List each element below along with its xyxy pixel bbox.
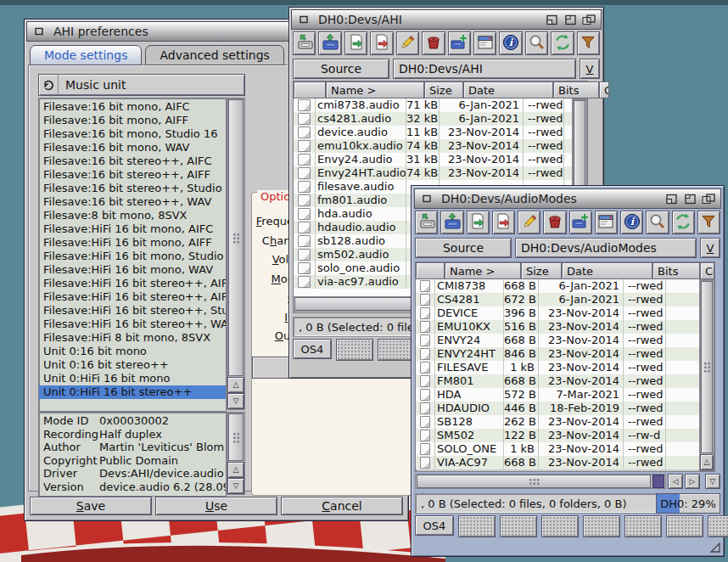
file-row[interactable]: HDA572 B7-Mar-2021--rwed xyxy=(416,388,714,402)
mode-list-item[interactable]: Unit 0:HiFi 16 bit stereo++ xyxy=(39,385,226,399)
depth-icon[interactable] xyxy=(701,193,716,205)
search-button[interactable] xyxy=(525,31,548,55)
mode-list-item[interactable]: Filesave:16 bit stereo++, WAV xyxy=(39,195,226,209)
history-dropdown-button[interactable]: V xyxy=(700,238,720,258)
source-button[interactable]: Source xyxy=(415,238,512,258)
file-row[interactable]: cmi8738.audio71 kB6-Jan-2021--rwed xyxy=(294,98,587,112)
information-button[interactable]: i xyxy=(620,211,643,234)
file-row[interactable]: ENVY24HT846 B23-Nov-2014--rwed xyxy=(416,347,714,361)
mode-list-item[interactable]: Filesave:HiFi 16 bit mono, WAV xyxy=(39,263,226,277)
mode-list-item[interactable]: Filesave:HiFi 8 bit mono, 8SVX xyxy=(39,331,226,345)
mode-list-item[interactable]: Filesave:HiFi 16 bit stereo++, Studio 16 xyxy=(39,304,226,318)
header-cell-size[interactable]: Size xyxy=(521,262,562,279)
file-row[interactable]: HDAUDIO446 B18-Feb-2019--rwed xyxy=(416,402,714,415)
history-dropdown-button[interactable]: V xyxy=(580,59,600,79)
mode-list-item[interactable]: Unit 0:HiFi 16 bit mono xyxy=(39,372,226,385)
file-row[interactable]: SOLO_ONE1 kB23-Nov-2014--rwed xyxy=(416,442,714,456)
os4-button[interactable]: OS4 xyxy=(415,515,454,536)
close-icon[interactable] xyxy=(31,25,47,38)
filter-button[interactable] xyxy=(577,31,600,55)
header-cell-date[interactable]: Date xyxy=(562,262,652,279)
header-cell-comment[interactable]: Comment xyxy=(599,81,609,98)
file-row[interactable]: Envy24.audio31 kB23-Nov-2014--rwed xyxy=(294,153,587,166)
mode-list-item[interactable]: Filesave:8 bit mono, 8SVX xyxy=(39,209,226,222)
new-window-button[interactable] xyxy=(473,31,496,55)
move-button[interactable] xyxy=(370,31,393,55)
file-list-scrollbar[interactable]: △ xyxy=(699,279,714,471)
search-button[interactable] xyxy=(646,211,669,234)
resize-grip-icon[interactable] xyxy=(709,542,721,554)
open-drawer-button[interactable] xyxy=(440,211,463,234)
file-list-header[interactable]: Name >SizeDateBitsComment xyxy=(416,262,714,279)
mode-list-item[interactable]: Filesave:HiFi 16 bit stereo++, AIFF xyxy=(39,290,226,304)
os4-button[interactable]: OS4 xyxy=(293,339,332,359)
parent-drawer-button[interactable] xyxy=(293,31,316,55)
delete-button[interactable] xyxy=(422,31,445,55)
scrollbar-handle[interactable] xyxy=(228,413,244,461)
iconify-icon[interactable] xyxy=(664,193,679,205)
file-row[interactable]: DEVICE396 B23-Nov-2014--rwed xyxy=(416,306,714,320)
file-row[interactable]: SM502122 B23-Nov-2014--rw-d xyxy=(416,429,714,442)
filter-button[interactable] xyxy=(697,211,720,234)
mode-list-item[interactable]: Unit 0:16 bit mono xyxy=(39,345,226,358)
parent-drawer-button[interactable] xyxy=(415,211,438,234)
mode-list-item[interactable]: Unit 0:16 bit stereo++ xyxy=(39,358,226,372)
file-row[interactable]: Envy24HT.audio74 kB23-Nov-2014--rwed xyxy=(294,166,587,180)
header-cell-name[interactable]: Name > xyxy=(445,262,521,279)
mode-list-item[interactable]: Filesave:HiFi 16 bit mono, AIFF xyxy=(39,236,226,250)
scroll-up-icon[interactable]: △ xyxy=(227,377,244,393)
scroll-up-icon[interactable]: △ xyxy=(700,454,714,470)
file-row[interactable]: SB128262 B23-Nov-2014--rwed xyxy=(416,415,714,429)
file-row[interactable]: CS4281672 B6-Jan-2021--rwed xyxy=(416,293,714,306)
new-window-button[interactable] xyxy=(595,211,618,234)
header-cell-size[interactable]: Size xyxy=(424,81,463,98)
mode-list-item[interactable]: Filesave:16 bit stereo++, AIFF xyxy=(39,168,226,182)
scrollbar-handle[interactable] xyxy=(701,281,713,453)
file-row[interactable]: emu10kx.audio74 kB23-Nov-2014--rwed xyxy=(294,139,587,153)
mode-list-item[interactable]: Filesave:16 bit mono, Studio 16 xyxy=(39,127,226,141)
move-button[interactable] xyxy=(492,211,515,234)
file-row[interactable]: FM801668 B23-Nov-2014--rwed xyxy=(416,374,714,388)
audiomodes-titlebar[interactable]: DH0:Devs/AudioModes xyxy=(414,188,721,209)
mode-list-item[interactable]: Filesave:HiFi 16 bit stereo++, AIFC xyxy=(39,277,226,290)
source-button[interactable]: Source xyxy=(293,59,389,79)
details-scrollbar[interactable]: △ ▽ xyxy=(227,412,245,495)
scroll-up-icon[interactable]: △ xyxy=(227,462,244,478)
file-row[interactable]: cs4281.audio32 kB6-Jan-2021--rwed xyxy=(294,112,587,126)
mode-list-item[interactable]: Filesave:HiFi 16 bit stereo++, WAV xyxy=(39,318,226,331)
mode-list-item[interactable]: Filesave:16 bit mono, AIFC xyxy=(39,100,226,114)
header-cell-bits[interactable]: Bits xyxy=(652,262,700,279)
scrollbar-handle[interactable] xyxy=(228,99,244,376)
depth-icon[interactable] xyxy=(581,14,596,26)
rename-button[interactable] xyxy=(396,31,419,55)
mode-list-item[interactable]: Filesave:16 bit stereo++, AIFC xyxy=(39,155,226,168)
mode-list-item[interactable]: Filesave:16 bit mono, AIFF xyxy=(39,114,226,127)
mode-list-scrollbar[interactable]: △ ▽ xyxy=(227,98,245,410)
zoom-icon[interactable] xyxy=(682,193,697,205)
mode-list-item[interactable]: Filesave:HiFi 16 bit mono, Studio 16 xyxy=(39,250,226,263)
delete-button[interactable] xyxy=(543,211,566,234)
save-button[interactable]: Save xyxy=(30,497,152,515)
mode-list-item[interactable]: Filesave:HiFi 16 bit mono, AIFC xyxy=(39,222,226,236)
scrollbar-handle[interactable] xyxy=(417,475,651,488)
close-icon[interactable] xyxy=(296,14,311,26)
make-drawer-button[interactable] xyxy=(448,31,471,55)
scroll-left-icon[interactable]: ◁ xyxy=(668,474,683,489)
file-row[interactable]: EMU10KX516 B23-Nov-2014--rwed xyxy=(416,320,714,334)
rename-button[interactable] xyxy=(518,211,540,234)
information-button[interactable]: i xyxy=(499,31,522,55)
file-row[interactable]: VIA-AC97668 B23-Nov-2014--rwed xyxy=(416,456,714,469)
close-icon[interactable] xyxy=(419,193,434,205)
header-cell-date[interactable]: Date xyxy=(463,81,553,98)
make-drawer-button[interactable] xyxy=(569,211,592,234)
ahi-titlebar[interactable]: DH0:Devs/AHI xyxy=(291,9,602,30)
file-row[interactable]: ENVY24668 B23-Nov-2014--rwed xyxy=(416,334,714,347)
header-cell-name[interactable]: Name > xyxy=(326,81,424,98)
open-drawer-button[interactable] xyxy=(318,31,341,55)
scroll-down-icon[interactable]: ▽ xyxy=(227,393,244,409)
file-row[interactable]: device.audio11 kB23-Nov-2014--rwed xyxy=(294,126,587,139)
file-list-header[interactable]: Name >SizeDateBitsComment xyxy=(294,81,587,98)
file-row[interactable]: CMI8738668 B6-Jan-2021--rwed xyxy=(416,279,714,293)
path-field[interactable]: DH0:Devs/AHI xyxy=(393,59,576,79)
use-button[interactable]: Use xyxy=(155,497,277,515)
